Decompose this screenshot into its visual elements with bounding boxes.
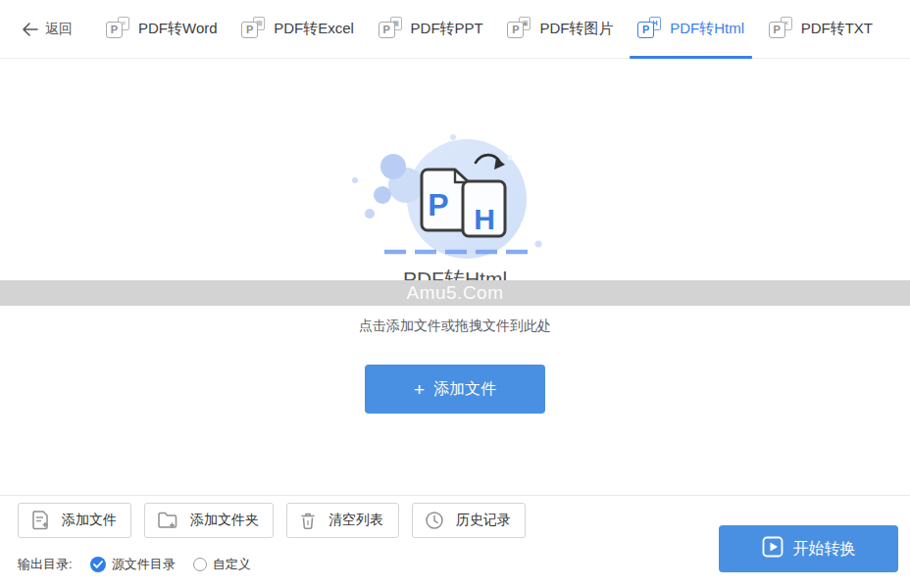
start-convert-button[interactable]: 开始转换 (719, 525, 898, 572)
pdf-to-image-icon: ▣ P (507, 17, 531, 42)
radio-label: 源文件目录 (112, 556, 176, 573)
pdf-to-html-icon: H P (637, 17, 661, 42)
start-convert-label: 开始转换 (793, 539, 856, 560)
pdf-to-txt-icon: ✕ P (769, 17, 792, 42)
output-directory-row: 输出目录: 源文件目录 自定义 (18, 555, 251, 574)
tab-pdf-to-txt[interactable]: ✕ P PDF转TXT (769, 0, 873, 59)
radio-checked-icon (90, 557, 106, 572)
radio-label: 自定义 (213, 556, 251, 573)
footer-divider (0, 495, 910, 496)
trash-icon (299, 511, 317, 530)
play-icon (762, 536, 784, 562)
pdf-to-word-icon: ≡ P (106, 17, 129, 42)
pdf-to-ppt-icon: ▦ P (379, 17, 402, 42)
button-label: 添加文件 (62, 512, 117, 529)
tab-label: PDF转Html (670, 20, 744, 38)
footer-toolbar: 添加文件 添加文件夹 清空列表 (18, 503, 526, 538)
radio-source-directory[interactable]: 源文件目录 (90, 556, 176, 573)
history-button[interactable]: 历史记录 (412, 503, 526, 538)
output-directory-label: 输出目录: (18, 556, 73, 573)
letter-h: H (474, 203, 495, 235)
radio-unchecked-icon (193, 558, 207, 571)
pdf-converter-window: 返回 ≡ P PDF转Word ▤ P PDF转Excel ▦ P (0, 0, 910, 588)
tab-label: PDF转Word (138, 20, 218, 38)
tab-label: PDF转TXT (801, 20, 873, 38)
tab-pdf-to-image[interactable]: ▣ P PDF转图片 (507, 0, 613, 59)
add-file-icon (30, 510, 50, 531)
tab-list: ≡ P PDF转Word ▤ P PDF转Excel ▦ P PDF转PPT (106, 0, 873, 59)
back-arrow-icon (22, 23, 38, 36)
tab-pdf-to-excel[interactable]: ▤ P PDF转Excel (241, 0, 354, 59)
tab-label: PDF转图片 (539, 20, 613, 38)
watermark-band: Amu5.Com (0, 280, 910, 306)
pdf-to-excel-icon: ▤ P (241, 17, 265, 42)
clear-list-button[interactable]: 清空列表 (286, 503, 399, 538)
tab-pdf-to-ppt[interactable]: ▦ P PDF转PPT (379, 0, 483, 59)
button-label: 清空列表 (329, 512, 383, 529)
add-folder-icon (157, 511, 178, 530)
watermark-text: Amu5.Com (406, 282, 503, 304)
radio-custom-directory[interactable]: 自定义 (193, 556, 251, 573)
add-files-label: 添加文件 (433, 379, 496, 400)
back-button[interactable]: 返回 (22, 21, 73, 38)
tab-label: PDF转PPT (411, 20, 483, 38)
tab-pdf-to-html[interactable]: H P PDF转Html (637, 0, 744, 59)
clock-icon (425, 511, 444, 530)
pdf-to-html-illustration: P H (337, 130, 573, 273)
button-label: 历史记录 (456, 512, 511, 529)
button-label: 添加文件夹 (190, 512, 259, 529)
letter-p: P (428, 187, 448, 222)
back-label: 返回 (45, 21, 73, 38)
tab-bar: 返回 ≡ P PDF转Word ▤ P PDF转Excel ▦ P (0, 0, 910, 59)
tab-pdf-to-word[interactable]: ≡ P PDF转Word (106, 0, 218, 59)
drop-hint-text: 点击添加文件或拖拽文件到此处 (0, 318, 910, 335)
tab-label: PDF转Excel (274, 20, 354, 38)
add-files-primary-button[interactable]: + 添加文件 (365, 365, 545, 414)
add-file-button[interactable]: 添加文件 (18, 503, 131, 538)
plus-icon: + (414, 380, 425, 399)
add-folder-button[interactable]: 添加文件夹 (144, 503, 274, 538)
